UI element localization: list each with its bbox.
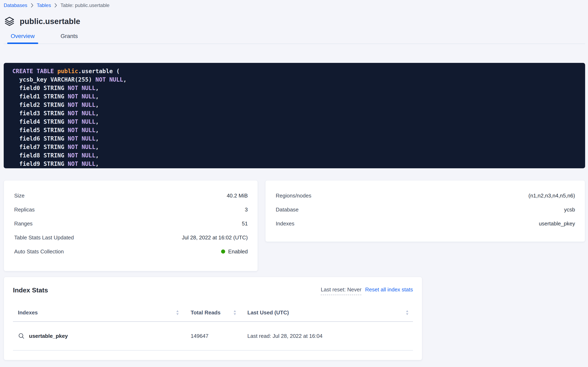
stat-label: Size xyxy=(14,192,25,199)
stat-value: (n1,n2,n3,n4,n5,n6) xyxy=(528,192,575,199)
breadcrumb-current: Table: public.usertable xyxy=(60,2,109,8)
index-table-header: Indexes Total Reads Last Used (UTC) xyxy=(13,304,413,322)
last-reset-label[interactable]: Last reset: Never xyxy=(321,286,361,295)
chevron-right-icon xyxy=(54,3,57,8)
table-stack-icon xyxy=(5,17,14,26)
last-used-value: Last read: Jul 28, 2022 at 16:04 xyxy=(247,333,323,339)
breadcrumb-link-tables[interactable]: Tables xyxy=(37,2,51,8)
stat-row-replicas: Replicas 3 xyxy=(14,203,248,217)
total-reads-cell: 149647 xyxy=(191,333,247,339)
stat-label: Auto Stats Collection xyxy=(14,249,64,255)
sort-icon xyxy=(176,310,179,316)
create-table-sql-code: CREATE TABLE public.usertable ( ycsb_key… xyxy=(4,63,585,168)
stat-value: ycsb xyxy=(564,207,575,213)
page-header: public.usertable xyxy=(4,17,585,26)
stat-label: Replicas xyxy=(14,207,35,213)
stat-row-indexes: Indexes usertable_pkey xyxy=(276,217,575,231)
stat-row-stats-last-updated: Table Stats Last Updated Jul 28, 2022 at… xyxy=(14,231,248,244)
column-label: Total Reads xyxy=(191,309,220,316)
column-header-indexes[interactable]: Indexes xyxy=(13,309,191,316)
page-title: public.usertable xyxy=(20,17,80,26)
stat-row-ranges: Ranges 51 xyxy=(14,217,248,231)
index-name: usertable_pkey xyxy=(29,333,68,339)
index-name-cell[interactable]: usertable_pkey xyxy=(13,333,191,340)
sort-icon xyxy=(233,310,236,316)
stat-row-regions-nodes: Regions/nodes (n1,n2,n3,n4,n5,n6) xyxy=(276,189,575,203)
chevron-right-icon xyxy=(31,3,33,8)
index-stats-actions: Last reset: Never Reset all index stats xyxy=(321,286,413,295)
stat-value: Enabled xyxy=(221,249,248,255)
tab-bar: Overview Grants xyxy=(4,33,585,44)
column-label: Indexes xyxy=(18,309,38,316)
reset-all-index-stats-link[interactable]: Reset all index stats xyxy=(365,286,413,293)
stats-cards-row: Size 40.2 MiB Replicas 3 Ranges 51 Table… xyxy=(4,180,585,271)
table-detail-page: Databases Tables Table: public.usertable… xyxy=(0,0,588,367)
stat-value: 51 xyxy=(242,220,248,227)
stat-value: usertable_pkey xyxy=(539,220,575,227)
tab-grants[interactable]: Grants xyxy=(57,33,81,43)
column-label: Last Used (UTC) xyxy=(247,309,289,316)
stat-label: Regions/nodes xyxy=(276,192,311,199)
stat-label: Indexes xyxy=(276,220,294,227)
index-table-row: usertable_pkey 149647 Last read: Jul 28,… xyxy=(13,322,413,350)
breadcrumb-link-databases[interactable]: Databases xyxy=(4,2,27,8)
stat-value: 40.2 MiB xyxy=(227,192,248,199)
stat-label: Database xyxy=(276,207,298,213)
tab-overview[interactable]: Overview xyxy=(7,33,38,43)
stat-value: Jul 28, 2022 at 16:02 (UTC) xyxy=(182,234,248,241)
stat-value: 3 xyxy=(245,207,248,213)
status-dot-green xyxy=(221,250,225,254)
status-text: Enabled xyxy=(228,249,248,255)
index-stats-header: Index Stats Last reset: Never Reset all … xyxy=(13,286,413,295)
total-reads-value: 149647 xyxy=(191,333,208,339)
stat-label: Ranges xyxy=(14,220,33,227)
column-header-last-used[interactable]: Last Used (UTC) xyxy=(247,309,413,316)
stat-row-auto-stats: Auto Stats Collection Enabled xyxy=(14,244,248,259)
breadcrumb: Databases Tables Table: public.usertable xyxy=(4,2,585,8)
sort-icon xyxy=(406,310,409,316)
table-stats-card: Size 40.2 MiB Replicas 3 Ranges 51 Table… xyxy=(4,180,258,271)
table-meta-card: Regions/nodes (n1,n2,n3,n4,n5,n6) Databa… xyxy=(265,180,585,242)
stat-row-database: Database ycsb xyxy=(276,203,575,217)
stat-label: Table Stats Last Updated xyxy=(14,234,74,241)
column-header-total-reads[interactable]: Total Reads xyxy=(191,309,247,316)
index-stats-card: Index Stats Last reset: Never Reset all … xyxy=(4,277,422,360)
index-stats-title: Index Stats xyxy=(13,286,48,294)
stat-row-size: Size 40.2 MiB xyxy=(14,189,248,203)
magnifier-icon xyxy=(18,333,25,340)
last-used-cell: Last read: Jul 28, 2022 at 16:04 xyxy=(247,333,413,339)
